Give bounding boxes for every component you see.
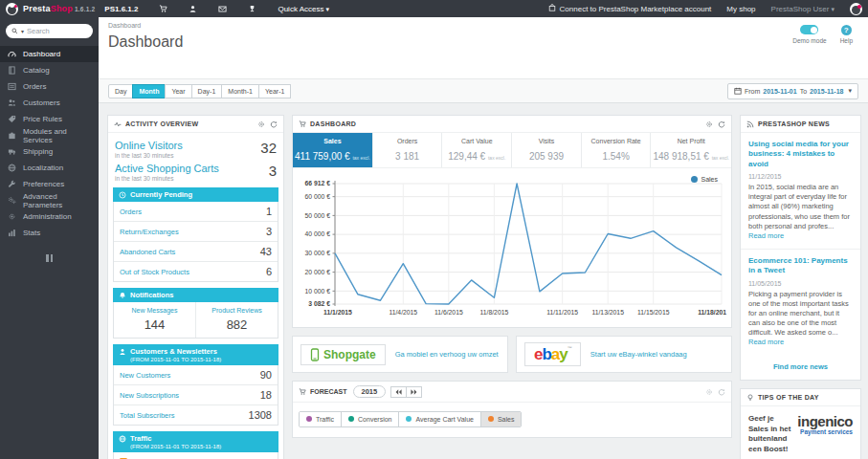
forecast-legend-sales[interactable]: Sales <box>481 412 522 426</box>
kpi-tab-conversion-rate[interactable]: Conversion Rate 1.54% <box>582 133 652 167</box>
customer-icon[interactable] <box>189 5 197 13</box>
abandoned-carts-link[interactable]: Abandoned Carts <box>120 248 175 256</box>
read-more-link[interactable]: Read more <box>748 231 784 240</box>
online-visitors-link[interactable]: Online Visitors <box>115 140 183 151</box>
legend-dot-icon <box>488 416 494 422</box>
new-customers-link[interactable]: New Customers <box>120 371 170 380</box>
news-article: Ecommerce 101: Payments in a Tweet 11/05… <box>741 250 860 356</box>
gear-icon[interactable] <box>257 120 265 128</box>
read-more-link[interactable]: Read more <box>748 338 784 346</box>
refresh-icon[interactable] <box>718 120 725 128</box>
person-icon <box>119 348 126 356</box>
activity-overview-header: ACTIVITY OVERVIEW <box>108 116 283 133</box>
range-button-month-1[interactable]: Month-1 <box>221 84 259 98</box>
dashboard-content: ACTIVITY OVERVIEW Online Visitors in the… <box>99 103 868 459</box>
avatar[interactable] <box>850 3 862 15</box>
sidebar-item-localization[interactable]: Localization <box>0 160 99 176</box>
sidebar-collapse-button[interactable] <box>45 254 55 262</box>
forecast-year[interactable]: 2015 <box>353 385 387 398</box>
range-button-day[interactable]: Day <box>108 84 133 98</box>
gear-icon[interactable] <box>705 120 713 128</box>
new-messages-cell[interactable]: New Messages 144 <box>114 302 196 338</box>
quick-access-menu[interactable]: Quick Access▾ <box>278 5 329 13</box>
online-visitors-value: 32 <box>260 140 277 156</box>
sidebar-search[interactable]: ▾ <box>6 24 93 38</box>
messages-icon[interactable] <box>218 5 227 13</box>
rss-icon <box>746 120 754 128</box>
user-menu[interactable]: PrestaShop User▾ <box>771 5 835 13</box>
chevron-down-icon[interactable]: ▾ <box>21 28 24 34</box>
kpi-tab-visits[interactable]: Visits 205 939 <box>512 133 582 167</box>
shopgate-link[interactable]: Ga mobiel en verhoog uw omzet <box>395 350 499 359</box>
active-carts-link[interactable]: Active Shopping Carts <box>115 163 219 174</box>
kpi-tab-orders[interactable]: Orders 3 181 <box>373 133 443 167</box>
forecast-prev-button[interactable] <box>390 386 407 398</box>
ebay-link[interactable]: Start uw eBay-winkel vandaag <box>590 350 687 359</box>
list-icon <box>8 82 16 91</box>
find-more-news-link[interactable]: Find more news <box>741 355 860 380</box>
chart-legend-sales[interactable]: Sales <box>691 176 718 183</box>
marketplace-link[interactable]: Connect to PrestaShop Marketplace accoun… <box>548 4 712 13</box>
forecast-next-button[interactable] <box>406 386 422 398</box>
sidebar-item-advanced-parameters[interactable]: Advanced Parameters <box>0 192 99 208</box>
product-reviews-cell[interactable]: Product Reviews 882 <box>196 302 278 338</box>
kpi-tab-cart-value[interactable]: Cart Value 129,44 € tax excl. <box>442 133 512 167</box>
brand-shop: Shop <box>51 4 73 13</box>
cogs-icon <box>8 196 16 205</box>
my-shop-link[interactable]: My shop <box>726 5 755 13</box>
sidebar-item-shipping[interactable]: Shipping <box>0 143 99 160</box>
sidebar-item-orders[interactable]: Orders <box>0 78 99 95</box>
sidebar-item-preferences[interactable]: Preferences <box>0 176 99 192</box>
range-button-year[interactable]: Year <box>165 84 191 98</box>
range-button-year-1[interactable]: Year-1 <box>258 84 291 98</box>
search-icon <box>11 28 18 35</box>
forecast-legend-conversion[interactable]: Conversion <box>342 412 399 426</box>
range-button-month[interactable]: Month <box>132 84 166 98</box>
new-subscriptions-link[interactable]: New Subscriptions <box>120 391 179 400</box>
sidebar-item-catalog[interactable]: Catalog <box>0 62 99 78</box>
gear-icon[interactable] <box>705 388 713 396</box>
activity-body: Online Visitors in the last 30 minutes 3… <box>108 133 283 459</box>
refresh-icon[interactable] <box>718 388 725 396</box>
news-article-title[interactable]: Using social media for your business: 4 … <box>748 140 853 169</box>
sidebar-item-administration[interactable]: Administration <box>0 208 99 225</box>
ebay-logo: ebay™ <box>524 342 581 366</box>
kpi-tab-sales[interactable]: Sales 411 759,00 € tax excl. <box>293 133 373 167</box>
help-icon[interactable]: ? <box>841 25 852 35</box>
puzzle-icon <box>8 131 16 140</box>
demo-mode-control[interactable]: Demo mode <box>792 25 826 44</box>
sidebar-item-dashboard[interactable]: Dashboard <box>0 46 99 62</box>
bar-chart-icon <box>8 229 16 237</box>
help-control[interactable]: ? Help <box>840 25 853 44</box>
kpi-tab-net-profit[interactable]: Net Profit 148 918,51 € tax excl. <box>651 133 731 167</box>
pending-returns-link[interactable]: Return/Exchanges <box>120 228 179 236</box>
date-range-picker[interactable]: From 2015-11-01 To 2015-11-18 ▾ <box>727 83 858 99</box>
sidebar-item-customers[interactable]: Customers <box>0 95 99 111</box>
total-subscribers-link[interactable]: Total Subscribers <box>120 411 175 420</box>
out-of-stock-link[interactable]: Out of Stock Products <box>120 268 189 276</box>
pending-orders-link[interactable]: Orders <box>120 208 142 216</box>
sidebar-item-stats[interactable]: Stats <box>0 225 99 241</box>
demo-mode-toggle[interactable] <box>800 25 818 34</box>
sidebar: ▾ Dashboard Catalog Orders Customers Pri… <box>0 17 99 459</box>
breadcrumb[interactable]: Dashboard <box>108 22 857 29</box>
sales-line-chart: 3 082 €10 000 €20 000 €30 000 €40 000 €5… <box>297 174 727 325</box>
table-row: Out of Stock Products6 <box>114 262 278 281</box>
news-article-title[interactable]: Ecommerce 101: Payments in a Tweet <box>748 256 853 276</box>
date-toolbar: Day Month Year Day-1 Month-1 Year-1 From… <box>99 78 868 103</box>
forecast-legend-traffic[interactable]: Traffic <box>300 412 342 426</box>
brand-presta: Presta <box>23 4 51 13</box>
cart-icon[interactable] <box>159 5 167 13</box>
forecast-legend-average-cart-value[interactable]: Average Cart Value <box>399 412 480 426</box>
sidebar-item-price-rules[interactable]: Price Rules <box>0 111 99 127</box>
forecast-legend: Traffic Conversion Average Cart Value Sa… <box>293 403 731 437</box>
search-input[interactable] <box>27 27 82 35</box>
refresh-icon[interactable] <box>270 120 278 128</box>
wrench-icon <box>8 180 16 188</box>
chevron-down-icon: ▾ <box>831 6 835 12</box>
sidebar-item-modules[interactable]: Modules and Services <box>0 127 99 143</box>
range-button-day-1[interactable]: Day-1 <box>191 84 223 98</box>
trophy-icon[interactable] <box>248 5 256 13</box>
gauge-icon <box>8 50 16 58</box>
gear-icon <box>8 212 16 221</box>
